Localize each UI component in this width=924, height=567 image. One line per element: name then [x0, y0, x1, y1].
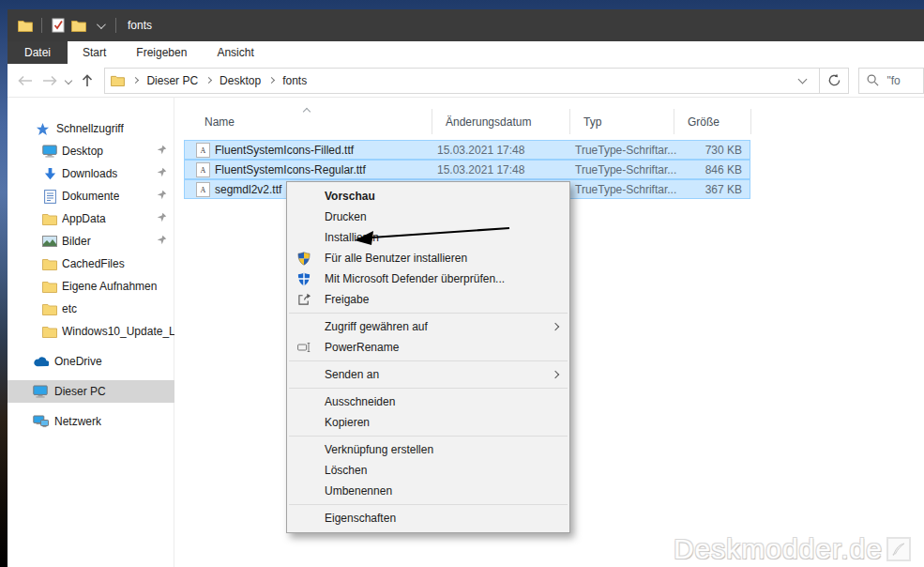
- breadcrumb-dieser-pc[interactable]: Dieser PC: [146, 74, 198, 87]
- menu-item-kopieren[interactable]: Kopieren: [287, 412, 569, 433]
- file-row[interactable]: A FluentSystemIcons-Regular.ttf 15.03.20…: [184, 160, 750, 179]
- file-name: FluentSystemIcons-Filled.ttf: [215, 144, 354, 157]
- arrow-left-icon: [18, 75, 33, 86]
- pin-icon: [157, 190, 167, 203]
- refresh-icon: [827, 73, 841, 87]
- pictures-icon: [41, 233, 58, 250]
- file-date: 15.03.2021 17:48: [437, 163, 524, 176]
- network-icon: [32, 413, 49, 430]
- back-button[interactable]: [13, 69, 38, 93]
- sidebar-label: etc: [62, 302, 77, 315]
- folder-icon: [111, 75, 125, 86]
- sort-ascending-icon: [303, 108, 311, 115]
- menu-label: Verknüpfung erstellen: [325, 443, 433, 456]
- submenu-chevron-icon: [552, 323, 559, 330]
- tab-datei[interactable]: Datei: [8, 41, 68, 64]
- font-file-icon: A: [196, 143, 210, 158]
- quick-access-folder-icon[interactable]: [15, 15, 36, 36]
- column-header-name[interactable]: Name: [204, 115, 235, 129]
- menu-item-defender-ueberpruefen[interactable]: Mit Microsoft Defender überprüfen...: [287, 268, 569, 289]
- tab-freigeben[interactable]: Freigeben: [121, 41, 202, 64]
- column-header-size[interactable]: Größe: [688, 115, 720, 129]
- column-headers: Name Änderungsdatum Typ Größe: [184, 107, 924, 136]
- breadcrumb-fonts[interactable]: fonts: [282, 74, 307, 87]
- ribbon-tab-row: Datei Start Freigeben Ansicht: [8, 41, 924, 64]
- up-button[interactable]: [75, 69, 99, 93]
- sidebar-item-netzwerk[interactable]: Netzwerk: [8, 410, 174, 433]
- file-size: 846 KB: [661, 163, 742, 176]
- column-header-date[interactable]: Änderungsdatum: [446, 115, 531, 129]
- breadcrumb-desktop[interactable]: Desktop: [220, 74, 261, 87]
- column-divider[interactable]: [674, 109, 674, 134]
- tab-start[interactable]: Start: [68, 41, 121, 64]
- menu-label: Freigabe: [325, 293, 369, 306]
- menu-item-zugriff-gewaehren[interactable]: Zugriff gewähren auf: [287, 316, 569, 337]
- address-bar[interactable]: Dieser PC Desktop fonts: [104, 68, 849, 94]
- quill-icon: [886, 537, 911, 561]
- column-header-type[interactable]: Typ: [583, 115, 601, 129]
- menu-item-umbenennen[interactable]: Umbenennen: [287, 481, 569, 501]
- folder-icon: [41, 255, 58, 272]
- sidebar-label: Dokumente: [62, 190, 119, 203]
- forward-button[interactable]: [38, 69, 62, 93]
- arrow-right-icon: [42, 75, 57, 86]
- sidebar-item-onedrive[interactable]: OneDrive: [8, 350, 174, 373]
- column-divider[interactable]: [750, 109, 751, 134]
- navigation-pane: Schnellzugriff Desktop Downloads Dokumen…: [8, 98, 174, 567]
- menu-separator: [289, 313, 568, 314]
- menu-label: Eigenschaften: [325, 512, 396, 525]
- pin-icon: [157, 167, 167, 180]
- file-row[interactable]: A FluentSystemIcons-Filled.ttf 15.03.202…: [184, 140, 750, 160]
- breadcrumb-chevron-icon[interactable]: [268, 77, 275, 84]
- pin-icon: [157, 212, 167, 225]
- menu-label: Vorschau: [325, 190, 375, 203]
- arrow-up-icon: [81, 74, 94, 87]
- menu-item-ausschneiden[interactable]: Ausschneiden: [287, 391, 569, 412]
- sidebar-item-dokumente[interactable]: Dokumente: [8, 185, 174, 207]
- menu-item-powerrename[interactable]: PowerRename: [287, 337, 569, 358]
- tab-ansicht[interactable]: Ansicht: [202, 41, 268, 64]
- menu-item-verknuepfung-erstellen[interactable]: Verknüpfung erstellen: [287, 439, 569, 460]
- menu-item-freigabe[interactable]: Freigabe: [287, 289, 569, 310]
- sidebar-item-bilder[interactable]: Bilder: [8, 230, 174, 253]
- sidebar-item-appdata[interactable]: AppData: [8, 207, 174, 230]
- sidebar-label: Bilder: [62, 235, 91, 248]
- menu-item-loeschen[interactable]: Löschen: [287, 460, 569, 481]
- qat-folder-icon[interactable]: [68, 15, 89, 36]
- sidebar-item-etc[interactable]: etc: [8, 298, 174, 320]
- menu-label: Senden an: [325, 368, 379, 381]
- sidebar-label: Downloads: [62, 167, 117, 180]
- menu-item-fuer-alle-benutzer-installieren[interactable]: Für alle Benutzer installieren: [287, 248, 569, 268]
- menu-label: Ausschneiden: [325, 395, 395, 408]
- folder-icon: [18, 20, 33, 32]
- file-size: 367 KB: [661, 183, 742, 196]
- qat-check-document-icon[interactable]: [48, 15, 68, 36]
- menu-item-vorschau[interactable]: Vorschau: [287, 186, 569, 207]
- menu-item-eigenschaften[interactable]: Eigenschaften: [287, 508, 569, 529]
- menu-item-installieren[interactable]: Installieren: [287, 227, 569, 248]
- sidebar-item-windows10-update[interactable]: Windows10_Update_Lin: [8, 320, 174, 343]
- breadcrumb-chevron-icon[interactable]: [205, 77, 212, 84]
- sidebar-item-desktop[interactable]: Desktop: [8, 140, 174, 162]
- sidebar-item-eigene-aufnahmen[interactable]: Eigene Aufnahmen: [8, 275, 174, 298]
- recent-locations-chevron-icon[interactable]: [64, 76, 71, 84]
- column-divider[interactable]: [432, 109, 432, 134]
- share-icon: [296, 292, 311, 307]
- search-input[interactable]: "fo: [858, 68, 924, 94]
- breadcrumb-chevron-icon[interactable]: [132, 77, 139, 84]
- sidebar-label: Dieser PC: [54, 385, 106, 398]
- menu-item-drucken[interactable]: Drucken: [287, 207, 569, 227]
- qat-customize-chevron-icon[interactable]: [89, 15, 110, 36]
- column-divider[interactable]: [569, 109, 570, 134]
- desktop-background: { "titlebar": { "title": "fonts" }, "rib…: [0, 0, 924, 567]
- sidebar-item-downloads[interactable]: Downloads: [8, 162, 174, 185]
- menu-item-senden-an[interactable]: Senden an: [287, 364, 569, 385]
- sidebar-label: OneDrive: [54, 355, 102, 368]
- sidebar-item-schnellzugriff[interactable]: Schnellzugriff: [8, 117, 174, 140]
- font-file-icon: A: [196, 182, 210, 197]
- sidebar-item-cachedfiles[interactable]: CachedFiles: [8, 253, 174, 275]
- sidebar-item-dieser-pc[interactable]: Dieser PC: [8, 380, 174, 403]
- address-history-chevron-icon[interactable]: [798, 74, 808, 84]
- refresh-button[interactable]: [820, 69, 848, 93]
- quick-access-star-icon: [34, 120, 51, 137]
